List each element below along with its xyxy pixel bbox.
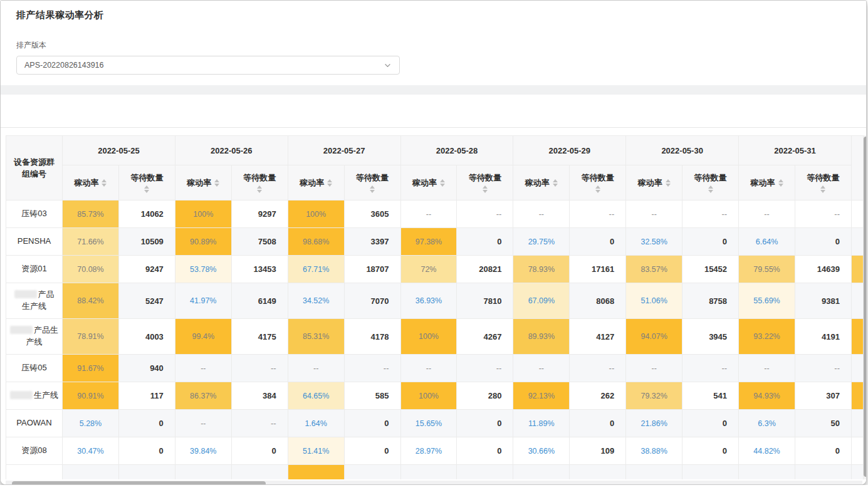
rate-header-label: 稼动率: [74, 177, 98, 189]
sort-icon[interactable]: [595, 185, 600, 193]
rate-column-header[interactable]: 稼动率: [288, 165, 344, 201]
wait-cell: 7070: [344, 283, 400, 319]
wait-cell: 0: [344, 437, 400, 465]
sort-icon[interactable]: [553, 179, 558, 187]
sort-caret-down: [257, 190, 262, 193]
wait-cell: 940: [118, 355, 175, 382]
wait-cell: 14062: [118, 201, 175, 228]
rate-cell: 100%: [400, 319, 457, 355]
table-row: 产品生产线78.91%400399.4%417585.31%4178100%42…: [6, 319, 864, 355]
sort-caret-up: [440, 179, 445, 182]
sort-icon[interactable]: [778, 179, 783, 187]
wait-cell: --: [570, 201, 626, 228]
wait-cell: 5247: [118, 283, 175, 319]
wait-column-header[interactable]: 等待数量: [118, 165, 175, 201]
sort-icon[interactable]: [144, 185, 149, 193]
wait-cell: 4267: [457, 319, 513, 355]
wait-cell: 18707: [344, 256, 400, 283]
horizontal-scrollbar-thumb[interactable]: [12, 481, 266, 485]
wait-cell: [795, 465, 851, 480]
sort-icon[interactable]: [102, 179, 107, 187]
wait-header-label: 等待数量: [807, 172, 839, 184]
sort-icon[interactable]: [483, 185, 488, 193]
wait-cell: 0: [682, 437, 739, 465]
sort-caret-down: [370, 190, 375, 193]
wait-cell: 7508: [231, 228, 288, 256]
next-date-column-sliver: [852, 136, 864, 201]
rate-column-header[interactable]: 稼动率: [626, 165, 682, 201]
rate-cell: --: [513, 201, 570, 228]
rate-cell: 94.93%: [739, 382, 795, 410]
date-column-header: 2022-05-26: [175, 136, 288, 165]
wait-cell: 0: [344, 410, 400, 437]
wait-column-header[interactable]: 等待数量: [457, 165, 513, 201]
rate-cell: 30.47%: [63, 437, 119, 465]
section-gap: [1, 85, 866, 95]
sort-icon[interactable]: [327, 179, 332, 187]
rate-cell: 91.67%: [63, 355, 119, 382]
rate-cell: [513, 465, 570, 480]
rate-cell: --: [288, 355, 344, 382]
table-row: 资源0830.47%039.84%051.41%028.97%030.66%10…: [6, 437, 864, 465]
wait-cell: 15452: [682, 256, 739, 283]
sort-caret-up: [102, 179, 107, 182]
sort-caret-down: [440, 184, 445, 187]
sort-icon[interactable]: [370, 185, 375, 193]
vertical-scrollbar-thumb[interactable]: [864, 137, 867, 477]
sort-icon[interactable]: [214, 179, 219, 187]
rate-column-header[interactable]: 稼动率: [739, 165, 795, 201]
sort-icon[interactable]: [257, 185, 262, 193]
resource-name-cell: 资源01: [6, 256, 63, 283]
sort-caret-down: [327, 184, 332, 187]
wait-cell: --: [457, 355, 513, 382]
wait-column-header[interactable]: 等待数量: [795, 165, 851, 201]
wait-cell: [457, 465, 513, 480]
vertical-scrollbar[interactable]: [864, 135, 867, 479]
sort-caret-down: [595, 190, 600, 193]
rate-cell: 34.52%: [288, 283, 344, 319]
wait-header-content: 等待数量: [795, 172, 851, 193]
sub-header-row: 稼动率等待数量稼动率等待数量稼动率等待数量稼动率等待数量稼动率等待数量稼动率等待…: [6, 165, 864, 201]
rate-column-header[interactable]: 稼动率: [513, 165, 570, 201]
sort-caret-up: [666, 179, 671, 182]
table-row: 生产线90.91%11786.37%38464.65%585100%28092.…: [6, 382, 864, 410]
sort-caret-up: [708, 185, 713, 189]
wait-column-header[interactable]: 等待数量: [682, 165, 739, 201]
next-date-sliver-cell: [852, 437, 864, 465]
sort-caret-up: [144, 185, 149, 189]
rate-cell: 6.3%: [739, 410, 795, 437]
wait-cell: 280: [457, 382, 513, 410]
horizontal-scrollbar[interactable]: [6, 481, 862, 485]
wait-column-header[interactable]: 等待数量: [344, 165, 400, 201]
sort-caret-down: [778, 184, 783, 187]
wait-cell: 0: [795, 228, 851, 256]
rate-column-header[interactable]: 稼动率: [400, 165, 457, 201]
wait-cell: 6149: [231, 283, 288, 319]
version-select[interactable]: APS-20220826143916: [16, 56, 400, 75]
chevron-down-icon: [384, 61, 392, 70]
resource-name-cell: 产品生产线: [6, 283, 63, 319]
wait-cell: --: [344, 355, 400, 382]
version-select-label: 排产版本: [16, 40, 866, 51]
sort-icon[interactable]: [440, 179, 445, 187]
rate-column-header[interactable]: 稼动率: [175, 165, 231, 201]
wait-cell: --: [570, 355, 626, 382]
analysis-section: 设备资源群组编号2022-05-252022-05-262022-05-2720…: [1, 95, 866, 485]
wait-cell: 3397: [344, 228, 400, 256]
rate-cell: 38.88%: [626, 437, 682, 465]
rate-column-header[interactable]: 稼动率: [63, 165, 119, 201]
next-date-sliver-cell: [852, 283, 864, 319]
sort-icon[interactable]: [666, 179, 671, 187]
sort-caret-up: [820, 185, 825, 189]
sort-icon[interactable]: [708, 185, 713, 193]
sort-icon[interactable]: [820, 185, 825, 193]
rate-cell: 51.41%: [288, 437, 344, 465]
header-section: 排产结果稼动率分析 排产版本 APS-20220826143916: [1, 1, 866, 85]
date-column-header: 2022-05-25: [63, 136, 175, 165]
wait-column-header[interactable]: 等待数量: [231, 165, 288, 201]
wait-column-header[interactable]: 等待数量: [570, 165, 626, 201]
wait-header-label: 等待数量: [694, 172, 727, 184]
table-row: PENSHA71.66%1050990.89%750898.68%339797.…: [6, 228, 864, 256]
next-date-sliver-cell: [852, 410, 864, 437]
wait-cell: 4127: [570, 319, 626, 355]
